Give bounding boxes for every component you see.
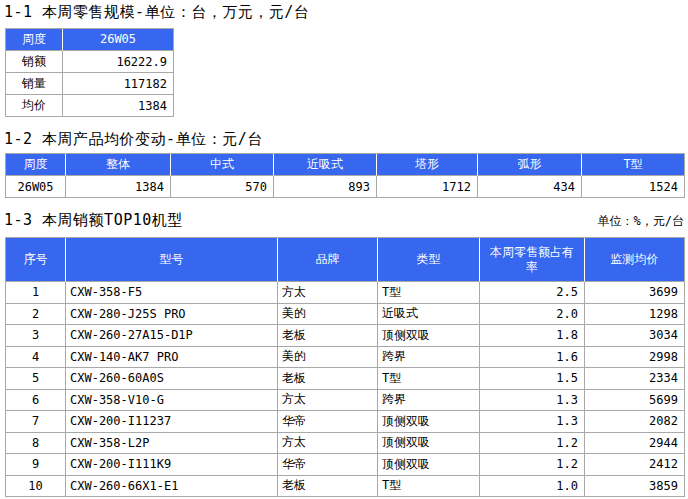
type-cell: 顶侧双吸	[378, 411, 480, 433]
metric-label: 均价	[6, 95, 63, 117]
table-row: 9 CXW-200-I111K9 华帝 顶侧双吸 1.2 2412	[6, 454, 685, 476]
price-cell: 1524	[582, 176, 685, 198]
brand-cell: 老板	[278, 368, 378, 390]
price-cell: 3859	[585, 476, 685, 498]
brand-cell: 老板	[278, 325, 378, 347]
t3-col-header-brand: 品牌	[278, 238, 378, 282]
top10-models-table: 序号 型号 品牌 类型 本周零售额占有率 监测均价 1 CXW-358-F5 方…	[5, 237, 685, 497]
rank-cell: 6	[6, 390, 66, 412]
metric-value: 1384	[63, 95, 174, 117]
model-cell: CXW-358-V10-G	[66, 390, 278, 412]
share-cell: 2.5	[480, 282, 585, 304]
t3-col-header-model: 型号	[66, 238, 278, 282]
rank-cell: 2	[6, 304, 66, 326]
section2-title: 1-2 本周产品均价变动-单位：元/台	[4, 130, 263, 148]
table-header-row: 周度 26W05	[6, 29, 174, 51]
t1-col-header-value: 26W05	[63, 29, 174, 51]
model-cell: CXW-200-I111K9	[66, 454, 278, 476]
unit-note: 单位：%，元/台	[5, 214, 684, 229]
table-row: 销量 117182	[6, 73, 174, 95]
metric-label: 销额	[6, 51, 63, 73]
avg-price-change-table: 周度 整体 中式 近吸式 塔形 弧形 T型 26W05 1384 570 893…	[5, 153, 685, 198]
brand-cell: 美的	[278, 347, 378, 369]
t2-col-header: 周度	[6, 154, 66, 176]
price-cell: 893	[274, 176, 377, 198]
table-row: 销额 16222.9	[6, 51, 174, 73]
price-cell: 5699	[585, 390, 685, 412]
price-cell: 2082	[585, 411, 685, 433]
share-cell: 1.6	[480, 347, 585, 369]
t2-col-header: 塔形	[377, 154, 478, 176]
price-cell: 2998	[585, 347, 685, 369]
rank-cell: 10	[6, 476, 66, 498]
metric-value: 117182	[63, 73, 174, 95]
rank-cell: 1	[6, 282, 66, 304]
table-row: 3 CXW-260-27A15-D1P 老板 顶侧双吸 1.8 3034	[6, 325, 685, 347]
share-cell: 1.5	[480, 368, 585, 390]
type-cell: 顶侧双吸	[378, 325, 480, 347]
t2-col-header: 弧形	[478, 154, 582, 176]
share-cell: 1.0	[480, 476, 585, 498]
type-cell: T型	[378, 368, 480, 390]
type-cell: T型	[378, 476, 480, 498]
table-row: 5 CXW-260-60A0S 老板 T型 1.5 2334	[6, 368, 685, 390]
model-cell: CXW-140-AK7 PRO	[66, 347, 278, 369]
share-cell: 2.0	[480, 304, 585, 326]
section1-title: 1-1 本周零售规模-单位：台，万元，元/台	[4, 3, 309, 21]
price-cell: 2334	[585, 368, 685, 390]
price-cell: 434	[478, 176, 582, 198]
t2-col-header: T型	[582, 154, 685, 176]
t3-col-header-type: 类型	[378, 238, 480, 282]
share-cell: 1.3	[480, 390, 585, 412]
brand-cell: 老板	[278, 476, 378, 498]
table-header-row: 序号 型号 品牌 类型 本周零售额占有率 监测均价	[6, 238, 685, 282]
rank-cell: 4	[6, 347, 66, 369]
type-cell: 顶侧双吸	[378, 433, 480, 455]
price-cell: 3699	[585, 282, 685, 304]
type-cell: 跨界	[378, 347, 480, 369]
model-cell: CXW-260-60A0S	[66, 368, 278, 390]
table-row: 2 CXW-280-J25S PRO 美的 近吸式 2.0 1298	[6, 304, 685, 326]
share-cell: 1.8	[480, 325, 585, 347]
rank-cell: 7	[6, 411, 66, 433]
brand-cell: 美的	[278, 304, 378, 326]
price-cell: 2412	[585, 454, 685, 476]
t2-col-header: 近吸式	[274, 154, 377, 176]
share-cell: 1.3	[480, 411, 585, 433]
metric-value: 16222.9	[63, 51, 174, 73]
table-row: 6 CXW-358-V10-G 方太 跨界 1.3 5699	[6, 390, 685, 412]
brand-cell: 华帝	[278, 411, 378, 433]
price-cell: 1712	[377, 176, 478, 198]
price-cell: 570	[171, 176, 274, 198]
t3-col-header-price: 监测均价	[585, 238, 685, 282]
share-cell: 1.2	[480, 454, 585, 476]
brand-cell: 方太	[278, 282, 378, 304]
table-row: 4 CXW-140-AK7 PRO 美的 跨界 1.6 2998	[6, 347, 685, 369]
price-cell: 2944	[585, 433, 685, 455]
t3-col-header-rank: 序号	[6, 238, 66, 282]
table-row: 7 CXW-200-I11237 华帝 顶侧双吸 1.3 2082	[6, 411, 685, 433]
table-row: 1 CXW-358-F5 方太 T型 2.5 3699	[6, 282, 685, 304]
price-cell: 3034	[585, 325, 685, 347]
week-cell: 26W05	[6, 176, 66, 198]
metric-label: 销量	[6, 73, 63, 95]
model-cell: CXW-280-J25S PRO	[66, 304, 278, 326]
model-cell: CXW-200-I11237	[66, 411, 278, 433]
table-row: 均价 1384	[6, 95, 174, 117]
rank-cell: 5	[6, 368, 66, 390]
type-cell: 近吸式	[378, 304, 480, 326]
type-cell: 顶侧双吸	[378, 454, 480, 476]
type-cell: 跨界	[378, 390, 480, 412]
brand-cell: 华帝	[278, 454, 378, 476]
t3-col-header-share: 本周零售额占有率	[480, 238, 585, 282]
table-header-row: 周度 整体 中式 近吸式 塔形 弧形 T型	[6, 154, 685, 176]
table-row: 26W05 1384 570 893 1712 434 1524	[6, 176, 685, 198]
rank-cell: 9	[6, 454, 66, 476]
table-row: 10 CXW-260-66X1-E1 老板 T型 1.0 3859	[6, 476, 685, 498]
model-cell: CXW-260-66X1-E1	[66, 476, 278, 498]
t2-col-header: 整体	[66, 154, 171, 176]
weekly-retail-scale-table: 周度 26W05 销额 16222.9 销量 117182 均价 1384	[5, 28, 174, 117]
brand-cell: 方太	[278, 433, 378, 455]
model-cell: CXW-358-F5	[66, 282, 278, 304]
t2-col-header: 中式	[171, 154, 274, 176]
